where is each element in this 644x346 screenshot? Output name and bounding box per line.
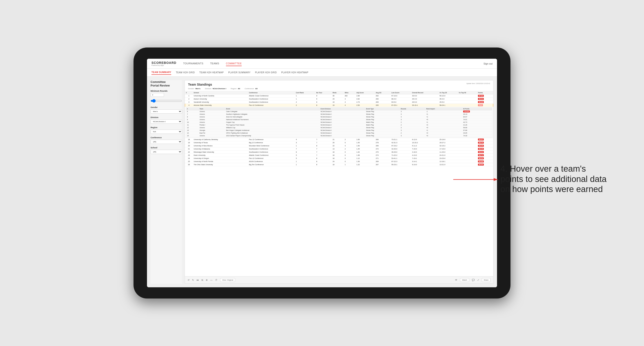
points-badge[interactable]: 80.94: [478, 164, 484, 166]
cell-points[interactable]: 83.09: [477, 160, 493, 163]
cell-points[interactable]: 88.70: [477, 141, 493, 144]
points-badge[interactable]: 97.02: [478, 95, 484, 97]
points-badge[interactable]: 80.71: [478, 154, 484, 156]
cell-rank: 18: [185, 138, 193, 141]
subnav-team-h2h-grid[interactable]: TEAM H2H GRID: [176, 70, 195, 75]
redo-icon[interactable]: ↻: [192, 279, 194, 281]
cell-points[interactable]: 83.41: [477, 151, 493, 154]
cell-points[interactable]: 90.30: [477, 101, 493, 104]
cell-sg: 265: [375, 104, 391, 107]
expanded-table-row[interactable]: 7 Univers Southern Highlands Collegiate …: [186, 113, 492, 116]
cell-points[interactable]: 80.94: [477, 163, 493, 166]
table-row[interactable]: 2 Auburn University Southeastern Confere…: [185, 97, 493, 101]
table-row-highlighted[interactable]: 4 Arizona State University Pac-12 Confer…: [185, 104, 493, 107]
standings-table: # School Conference Conf Rank No Tour Rn…: [185, 91, 493, 166]
report-header: Team Standings Update time: 13/03/2024 1…: [185, 80, 493, 91]
conference-label: Conference: [150, 137, 182, 139]
table-scroll[interactable]: # School Conference Conf Rank No Tour Rn…: [185, 91, 493, 276]
minus-icon[interactable]: —: [210, 279, 212, 281]
cell-points[interactable]: 79.5: [477, 104, 493, 107]
table-row[interactable]: 25 University of North Florida ASUN Conf…: [185, 160, 493, 163]
table-row[interactable]: 1 University of North Carolina Atlantic …: [185, 94, 493, 97]
cell-points[interactable]: 80.71: [477, 154, 493, 157]
cell-points[interactable]: 88.49: [477, 148, 493, 151]
expanded-table-row[interactable]: 9 Univers National Invitational Tourname…: [186, 118, 492, 121]
watch-button[interactable]: Watch: [460, 278, 469, 282]
points-badge[interactable]: 93.31: [478, 98, 484, 100]
gender-select[interactable]: Men's: [150, 109, 182, 114]
points-badge[interactable]: 88.70: [478, 142, 484, 144]
table-row[interactable]: 23 Duke University Atlantic Coast Confer…: [185, 154, 493, 157]
cell-rank: 20: [185, 144, 193, 148]
points-badge[interactable]: 83.07: [478, 139, 484, 141]
cell-points[interactable]: 83.07: [477, 138, 493, 141]
undo-icon[interactable]: ↺: [188, 279, 190, 281]
region-select[interactable]: N/A: [150, 130, 182, 134]
cell-low: 63-5-0: [390, 101, 411, 104]
points-badge[interactable]: 83.09: [478, 161, 484, 163]
points-badge[interactable]: 88.54: [478, 157, 484, 159]
expanded-table-row[interactable]: 14 East Ter OFCC Fighting Illini Invitat…: [186, 132, 492, 135]
filter-conference-value: All: [255, 88, 258, 90]
table-row[interactable]: 20 University of New Mexico Mountain Wes…: [185, 144, 493, 148]
cell-points[interactable]: 97.02: [477, 94, 493, 97]
table-row[interactable]: 3 Vanderbilt University Southeastern Con…: [185, 101, 493, 104]
expanded-table-row[interactable]: 12 Univers Williams Cup NCAA Division I …: [186, 126, 492, 129]
subnav-player-h2h-heatmap[interactable]: PLAYER H2H HEATMAP: [281, 70, 308, 75]
expanded-table-row[interactable]: 15 Univers 2023 Sahale Players Champions…: [186, 135, 492, 137]
table-row[interactable]: 24 University of Oregon Pac-12 Conferenc…: [185, 157, 493, 160]
expanded-table-row[interactable]: 8 Univers Amer An Intercollegiate NCAA D…: [186, 116, 492, 118]
points-badge[interactable]: 88.49: [478, 148, 484, 150]
exp-cell-event: Southern Highlands Collegiate: [225, 113, 320, 116]
table-row[interactable]: 18 University of California, Berkeley Pa…: [185, 138, 493, 141]
points-badge[interactable]: 83.41: [478, 151, 484, 153]
division-select[interactable]: NCAA Division I: [150, 119, 182, 124]
expand-icon[interactable]: ⤢: [477, 279, 479, 281]
cell-points[interactable]: 88.49: [477, 144, 493, 148]
min-rounds-input[interactable]: [150, 93, 164, 97]
expanded-table-row[interactable]: 10 Univers Copper Cup NCAA Division I Ma…: [186, 121, 492, 124]
nav-committee[interactable]: COMMITTEE: [226, 61, 242, 66]
skip-back-icon[interactable]: ⏮: [196, 279, 199, 281]
view-original-button[interactable]: View: Original: [220, 278, 235, 282]
clock-icon[interactable]: ⏱: [215, 279, 218, 281]
nav-teams[interactable]: TEAMS: [210, 61, 219, 66]
min-rounds-slider[interactable]: [150, 98, 182, 104]
exp-cell-team: Univers: [198, 113, 225, 116]
points-badge-highlighted[interactable]: 79.5: [478, 104, 483, 106]
add-icon[interactable]: ⊕: [206, 279, 208, 281]
table-row[interactable]: 22 Mississippi State University Southeas…: [185, 151, 493, 154]
comment-icon[interactable]: 💬: [472, 279, 474, 281]
cell-wins: 2: [344, 138, 356, 141]
school-select[interactable]: (All): [150, 150, 182, 154]
points-badge[interactable]: 90.30: [478, 101, 484, 103]
points-badge[interactable]: 88.49: [478, 145, 484, 147]
share-button[interactable]: Share: [482, 278, 490, 282]
expanded-table-row[interactable]: 11 Florida I The Cypress Point Classic N…: [186, 124, 492, 126]
subnav-team-summary[interactable]: TEAM SUMMARY: [152, 70, 171, 75]
nav-tournaments[interactable]: TOURNAMENTS: [183, 61, 203, 66]
cell-points[interactable]: 93.31: [477, 97, 493, 101]
cell-adj: 1.45: [356, 148, 375, 151]
exp-cell-num: 13: [186, 129, 199, 132]
exp-cell-team: East Ter: [198, 132, 225, 135]
eye-icon[interactable]: 👁: [455, 279, 457, 281]
subnav-team-h2h-heatmap[interactable]: TEAM H2H HEATMAP: [199, 70, 224, 75]
cell-vs25: 32-19-2: [439, 144, 458, 148]
copy-icon[interactable]: ⧉: [202, 279, 203, 281]
table-row[interactable]: 19 University of Texas Big 12 Conference…: [185, 141, 493, 144]
cell-school: Auburn University: [193, 97, 248, 101]
cell-adj: 2.86: [356, 94, 375, 97]
table-row[interactable]: 26 The Ohio State University Big Ten Con…: [185, 163, 493, 166]
sign-out-button[interactable]: Sign out: [484, 62, 492, 65]
cell-vs50: [458, 97, 477, 101]
subnav-player-summary[interactable]: PLAYER SUMMARY: [228, 70, 250, 75]
expanded-table-row[interactable]: 6 Univers Cater Collegiate NCAA Division…: [186, 110, 492, 113]
subnav-player-h2h-grid[interactable]: PLAYER H2H GRID: [255, 70, 277, 75]
conference-select[interactable]: (All): [150, 140, 182, 144]
cell-rank: 19: [185, 141, 193, 144]
exp-cell-rounds: 3: [400, 135, 426, 137]
table-row[interactable]: 21 University of Alabama Southeastern Co…: [185, 148, 493, 151]
expanded-table-row[interactable]: 13 Georgia Ben Hogan Collegiate Invitati…: [186, 129, 492, 132]
cell-points[interactable]: 88.54: [477, 157, 493, 160]
